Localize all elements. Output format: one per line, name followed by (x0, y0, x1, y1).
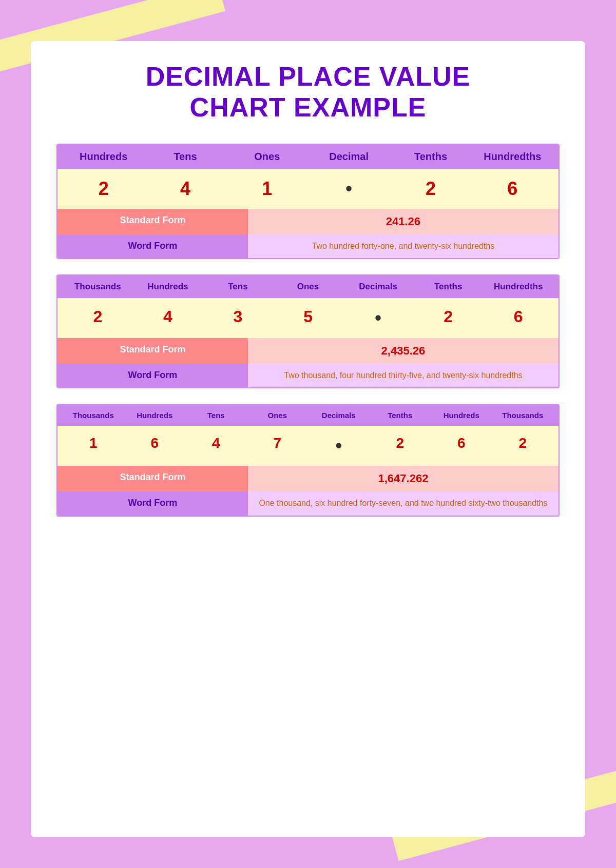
digit-cell: 2 (63, 178, 144, 200)
column-header: Decimals (343, 282, 413, 292)
column-header: Decimal (308, 151, 390, 163)
standard-form-value: 241.26 (248, 209, 559, 234)
standard-form-value: 2,435.26 (248, 338, 559, 364)
word-form-label: Word Form (57, 491, 248, 515)
digit-cell: 6 (472, 178, 553, 200)
word-form-value: Two hundred forty-one, and twenty-six hu… (248, 234, 559, 258)
chart-header-row: ThousandsHundredsTensOnesDecimalsTenthsH… (57, 405, 559, 426)
column-header: Hundreds (124, 411, 186, 420)
column-header: Hundreds (133, 282, 203, 292)
column-header: Hundredths (483, 282, 553, 292)
standard-form-label: Standard Form (57, 338, 248, 364)
column-header: Decimals (308, 411, 370, 420)
column-header: Tenths (390, 151, 471, 163)
word-form-label: Word Form (57, 234, 248, 258)
word-form-row: Word FormTwo hundred forty-one, and twen… (57, 234, 559, 258)
column-header: Tenths (413, 282, 484, 292)
digit-cell: 6 (124, 435, 186, 457)
digit-cell: • (308, 178, 390, 200)
digit-cell: 2 (370, 435, 431, 457)
chart-section-chart3: ThousandsHundredsTensOnesDecimalsTenthsH… (56, 404, 560, 516)
column-header: Ones (226, 151, 308, 163)
content-area: DECIMAL PLACE VALUE CHART EXAMPLE Hundre… (31, 41, 585, 837)
digit-cell: • (308, 435, 370, 457)
standard-form-row: Standard Form2,435.26 (57, 338, 559, 364)
column-header: Thousands (492, 411, 554, 420)
standard-form-label: Standard Form (57, 209, 248, 234)
standard-form-label: Standard Form (57, 466, 248, 491)
column-header: Ones (247, 411, 309, 420)
digit-cell: 4 (144, 178, 226, 200)
column-header: Tens (203, 282, 273, 292)
column-header: Thousands (63, 411, 124, 420)
standard-form-row: Standard Form1,647.262 (57, 466, 559, 491)
page-title: DECIMAL PLACE VALUE CHART EXAMPLE (56, 62, 560, 123)
standard-form-value: 1,647.262 (248, 466, 559, 491)
digit-cell: 1 (226, 178, 308, 200)
column-header: Hundredths (472, 151, 553, 163)
column-header: Tenths (370, 411, 431, 420)
digit-cell: 4 (185, 435, 247, 457)
digit-cell: • (343, 307, 413, 329)
chart-digits-row: 2435•26 (57, 298, 559, 338)
digit-cell: 4 (133, 307, 203, 329)
digit-cell: 7 (247, 435, 309, 457)
word-form-row: Word FormOne thousand, six hundred forty… (57, 491, 559, 515)
chart-section-chart1: HundredsTensOnesDecimalTenthsHundredths2… (56, 144, 560, 259)
chart-header-row: ThousandsHundredsTensOnesDecimalsTenthsH… (57, 275, 559, 298)
word-form-label: Word Form (57, 364, 248, 387)
chart-section-chart2: ThousandsHundredsTensOnesDecimalsTenthsH… (56, 274, 560, 388)
chart-digits-row: 1647•262 (57, 426, 559, 466)
digit-cell: 2 (492, 435, 554, 457)
column-header: Hundreds (63, 151, 144, 163)
column-header: Hundreds (431, 411, 492, 420)
standard-form-row: Standard Form241.26 (57, 209, 559, 234)
digit-cell: 3 (203, 307, 273, 329)
word-form-row: Word FormTwo thousand, four hundred thir… (57, 364, 559, 387)
column-header: Tens (185, 411, 247, 420)
column-header: Tens (144, 151, 226, 163)
word-form-value: Two thousand, four hundred thirty-five, … (248, 364, 559, 387)
column-header: Thousands (63, 282, 133, 292)
column-header: Ones (273, 282, 343, 292)
digit-cell: 2 (390, 178, 471, 200)
background: DECIMAL PLACE VALUE CHART EXAMPLE Hundre… (0, 0, 616, 868)
chart-digits-row: 241•26 (57, 169, 559, 209)
digit-cell: 1 (63, 435, 124, 457)
digit-cell: 6 (431, 435, 492, 457)
charts-container: HundredsTensOnesDecimalTenthsHundredths2… (56, 144, 560, 517)
digit-cell: 2 (63, 307, 133, 329)
digit-cell: 6 (483, 307, 553, 329)
chart-header-row: HundredsTensOnesDecimalTenthsHundredths (57, 145, 559, 169)
digit-cell: 5 (273, 307, 343, 329)
word-form-value: One thousand, six hundred forty-seven, a… (248, 491, 559, 515)
digit-cell: 2 (413, 307, 484, 329)
